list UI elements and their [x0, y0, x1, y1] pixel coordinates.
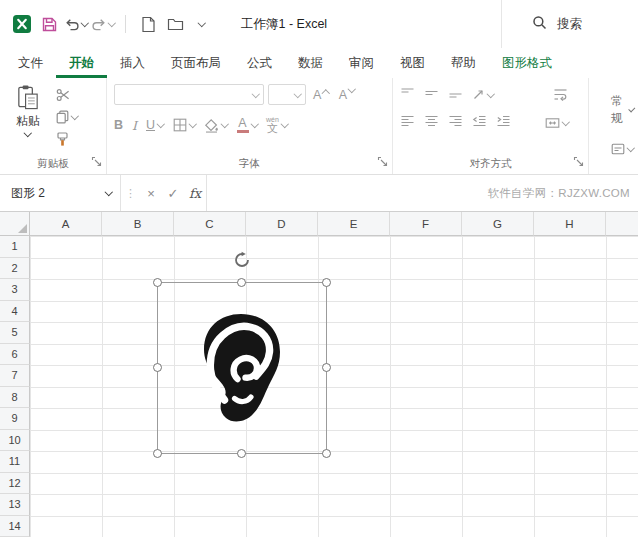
resize-handle-top-center[interactable]	[237, 278, 246, 287]
formula-bar-splitter[interactable]: ⋮	[121, 175, 140, 211]
redo-button[interactable]	[91, 11, 115, 37]
row-header-8[interactable]: 8	[0, 387, 30, 409]
phonetic-bottom: 文	[267, 123, 278, 134]
column-header-d[interactable]: D	[246, 212, 318, 236]
row-header-2[interactable]: 2	[0, 258, 30, 280]
increase-indent-button[interactable]	[496, 115, 511, 130]
tab-home[interactable]: 开始	[56, 48, 107, 78]
column-header-b[interactable]: B	[102, 212, 174, 236]
font-name-combobox[interactable]	[114, 84, 264, 105]
row-header-7[interactable]: 7	[0, 365, 30, 387]
shape-selection-box[interactable]	[157, 282, 327, 454]
chevron-down-icon	[250, 120, 258, 128]
clipboard-dialog-launcher[interactable]	[91, 156, 102, 170]
ear-shape[interactable]	[198, 312, 286, 424]
rotate-handle[interactable]	[233, 251, 251, 269]
column-header-e[interactable]: E	[318, 212, 390, 236]
new-file-button[interactable]	[136, 11, 160, 37]
align-middle-button[interactable]	[424, 87, 439, 102]
font-dialog-launcher[interactable]	[377, 156, 388, 170]
resize-handle-bottom-left[interactable]	[153, 449, 162, 458]
insert-function-button[interactable]: fx	[184, 175, 206, 211]
row-header-14[interactable]: 14	[0, 516, 30, 537]
wrap-text-button[interactable]	[553, 88, 568, 101]
merge-center-button[interactable]	[545, 117, 569, 129]
phonetic-guide-button[interactable]: wén文	[266, 116, 287, 134]
row-header-10[interactable]: 10	[0, 430, 30, 452]
italic-button[interactable]: I	[132, 118, 137, 133]
tab-review[interactable]: 审阅	[336, 48, 387, 78]
column-header-c[interactable]: C	[174, 212, 246, 236]
align-right-button[interactable]	[448, 115, 463, 130]
chevron-down-icon	[81, 19, 89, 27]
column-header-a[interactable]: A	[30, 212, 102, 236]
chevron-up-icon	[322, 89, 330, 97]
tab-insert[interactable]: 插入	[107, 48, 158, 78]
tab-formulas[interactable]: 公式	[234, 48, 285, 78]
formula-input[interactable]: 软件自学网：RJZXW.COM	[206, 175, 638, 211]
customize-toolbar-button[interactable]	[190, 11, 214, 37]
align-center-button[interactable]	[424, 115, 439, 130]
borders-icon	[173, 118, 187, 132]
format-painter-button[interactable]	[56, 131, 78, 147]
row-header-5[interactable]: 5	[0, 322, 30, 344]
resize-handle-top-left[interactable]	[153, 278, 162, 287]
chevron-down-icon	[487, 90, 495, 98]
save-button[interactable]	[37, 11, 61, 37]
increase-font-size-button[interactable]: A	[310, 88, 332, 102]
font-color-button[interactable]: A	[237, 117, 258, 134]
copy-button[interactable]	[56, 109, 78, 125]
column-header-f[interactable]: F	[390, 212, 462, 236]
bold-button[interactable]: B	[114, 118, 123, 132]
paste-label: 粘贴	[16, 113, 40, 130]
search-box[interactable]: 搜索	[501, 0, 638, 48]
fill-color-button[interactable]	[204, 118, 228, 133]
open-file-button[interactable]	[163, 11, 187, 37]
align-bottom-button[interactable]	[448, 87, 463, 102]
row-header-9[interactable]: 9	[0, 408, 30, 430]
chevron-down-icon	[157, 120, 165, 128]
tab-shape-format[interactable]: 图形格式	[489, 48, 565, 78]
font-color-icon: A	[237, 117, 249, 134]
align-top-button[interactable]	[400, 87, 415, 102]
tab-help[interactable]: 帮助	[438, 48, 489, 78]
name-box[interactable]: 图形 2	[0, 175, 121, 211]
row-header-3[interactable]: 3	[0, 279, 30, 301]
align-left-button[interactable]	[400, 115, 415, 130]
borders-button[interactable]	[173, 118, 196, 132]
row-header-6[interactable]: 6	[0, 344, 30, 366]
chevron-down-icon	[348, 84, 356, 92]
resize-handle-top-right[interactable]	[322, 278, 331, 287]
cells-area[interactable]	[30, 236, 638, 537]
number-format-combobox[interactable]: 常规	[611, 93, 634, 127]
tab-data[interactable]: 数据	[285, 48, 336, 78]
orientation-button[interactable]	[472, 88, 494, 101]
column-header-h[interactable]: H	[534, 212, 606, 236]
row-header-11[interactable]: 11	[0, 451, 30, 473]
tab-file[interactable]: 文件	[5, 48, 56, 78]
select-all-button[interactable]	[0, 212, 30, 236]
resize-handle-bottom-right[interactable]	[322, 449, 331, 458]
cancel-button[interactable]: ×	[140, 175, 162, 211]
resize-handle-middle-left[interactable]	[153, 363, 162, 372]
font-size-combobox[interactable]	[268, 84, 306, 105]
decrease-font-size-button[interactable]: A	[336, 88, 358, 102]
row-header-13[interactable]: 13	[0, 494, 30, 516]
row-header-1[interactable]: 1	[0, 236, 30, 258]
row-header-12[interactable]: 12	[0, 473, 30, 495]
alignment-dialog-launcher[interactable]	[573, 156, 584, 170]
column-header-g[interactable]: G	[462, 212, 534, 236]
column-header-partial[interactable]	[606, 212, 638, 236]
tab-view[interactable]: 视图	[387, 48, 438, 78]
ribbon: 粘贴 剪贴板	[0, 78, 638, 175]
paste-button[interactable]: 粘贴	[7, 84, 49, 147]
number-format-button[interactable]	[611, 143, 634, 155]
undo-button[interactable]	[64, 11, 88, 37]
row-header-4[interactable]: 4	[0, 301, 30, 323]
underline-button[interactable]: U	[146, 118, 164, 132]
decrease-indent-button[interactable]	[472, 115, 487, 130]
cut-button[interactable]	[56, 87, 78, 103]
enter-button[interactable]: ✓	[162, 175, 184, 211]
tab-page-layout[interactable]: 页面布局	[158, 48, 234, 78]
phonetic-guide-icon: wén文	[266, 116, 279, 134]
